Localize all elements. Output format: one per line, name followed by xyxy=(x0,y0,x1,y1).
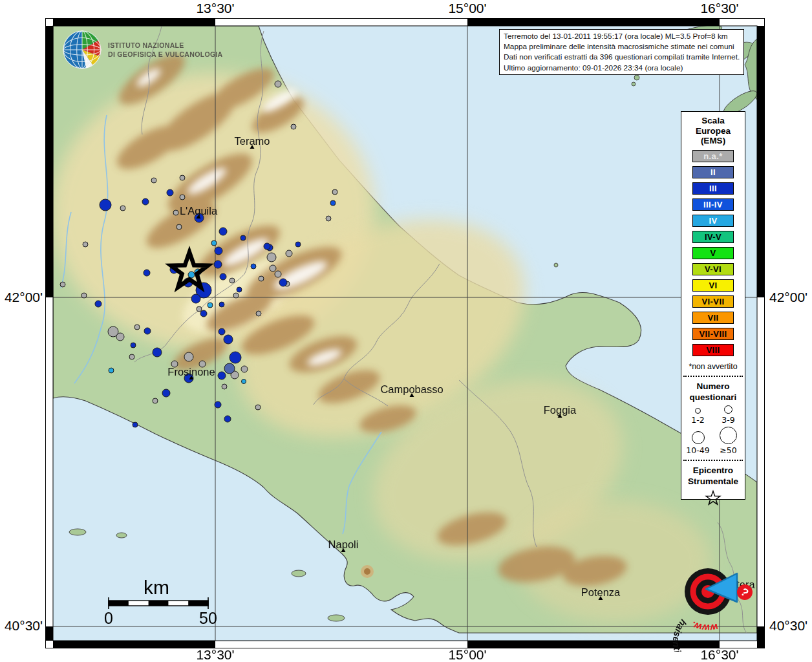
intensity-dot-na xyxy=(134,325,140,330)
intensity-dot-III xyxy=(224,416,231,422)
ingv-globe-icon xyxy=(62,30,102,70)
intensity-dot-na xyxy=(275,81,281,87)
epicenter-star-icon xyxy=(681,489,745,510)
intensity-dot-na xyxy=(184,352,193,361)
city-label: Frosinone xyxy=(167,366,215,378)
axis-label-right: 42°00' xyxy=(769,290,807,305)
axis-label-left: 40°30' xyxy=(5,618,43,634)
intensity-dot-na xyxy=(176,224,182,230)
intensity-dot-III xyxy=(162,389,170,397)
legend-class-IV: IV xyxy=(692,215,734,227)
legend-divider xyxy=(683,376,743,377)
axis-label-top: 13°30' xyxy=(196,1,234,16)
scale-bar-start: 0 xyxy=(104,609,113,627)
brand-text-prefix: www. xyxy=(689,619,718,634)
intensity-dot-III xyxy=(219,228,227,235)
size-key-item: 3-9 xyxy=(713,405,743,425)
intensity-dot-na xyxy=(230,278,235,283)
legend-class-VII: VII xyxy=(692,312,734,324)
axis-label-left: 42°00' xyxy=(5,290,43,305)
intensity-dot-na xyxy=(120,206,125,211)
size-key-item: 10-49 xyxy=(683,427,713,455)
intensity-dot-na xyxy=(255,405,261,410)
city-label: L'Aquila xyxy=(180,205,218,217)
intensity-dot-III xyxy=(279,279,287,286)
size-key-label: 10-49 xyxy=(686,445,709,455)
intensity-dot-IV xyxy=(211,240,217,246)
city-label: Napoli xyxy=(328,539,359,550)
intensity-dot-III xyxy=(230,352,241,363)
intensity-dot-na xyxy=(233,293,239,298)
intensity-dot-III xyxy=(240,235,246,240)
intensity-dot-III xyxy=(144,328,151,334)
intensity-dot-na xyxy=(151,178,156,183)
legend-class-III-IV: III-IV xyxy=(692,198,734,211)
axis-label-top: 15°00' xyxy=(448,1,486,16)
ingv-logo-block: ISTITUTO NAZIONALE DI GEOFISICA E VULCAN… xyxy=(62,30,228,70)
questionnaire-count-title: Numero questionari xyxy=(681,381,745,403)
info-line-map-type: Mappa preliminare delle intensità macros… xyxy=(504,41,740,52)
haisentitoilterremoto-logo: haisentitoilterremoto.it www. ? xyxy=(646,532,776,652)
size-key-circle xyxy=(724,405,732,414)
intensity-dot-na xyxy=(60,282,65,287)
intensity-dot-III-IV xyxy=(330,200,336,206)
intensity-dot-III xyxy=(100,199,111,211)
intensity-dot-III xyxy=(133,422,138,427)
legend-class-VI-VII: VI-VII xyxy=(692,295,734,308)
intensity-dot-III xyxy=(144,270,150,276)
intensity-dot-na xyxy=(222,384,227,389)
intensity-dot-na xyxy=(241,366,248,372)
intensity-dot-na xyxy=(332,189,337,195)
intensity-dot-na xyxy=(326,216,331,221)
legend-class-V: V xyxy=(692,247,734,259)
size-key-circle xyxy=(720,427,737,444)
legend-divider xyxy=(683,460,743,461)
axis-label-bottom: 15°00' xyxy=(448,647,486,662)
legend-intensity-classes: n.a.*IIIIIIII-IVIVIV-VVV-VIVIVI-VIIVIIVI… xyxy=(681,150,745,356)
intensity-dot-na xyxy=(286,250,292,257)
intensity-dot-IV xyxy=(109,368,114,373)
intensity-dot-II xyxy=(224,363,235,374)
legend-title: Scala Europea (EMS) xyxy=(681,112,745,146)
intensity-dot-III xyxy=(191,294,200,303)
intensity-dot-na xyxy=(81,293,87,298)
intensity-dot-na xyxy=(267,253,276,262)
intensity-dot-III xyxy=(220,273,226,280)
legend-class-V-VI: V-VI xyxy=(692,263,734,275)
epicenter-key-title: Epicentro Strumentale xyxy=(681,465,745,487)
info-line-event: Terremoto del 13-01-2011 19:55:17 (ora l… xyxy=(504,31,740,41)
questionnaire-size-key: 1-23-910-49≥50 xyxy=(681,403,745,455)
intensity-dot-na xyxy=(83,242,88,247)
intensity-dot-na xyxy=(180,175,185,180)
legend-class-n.a.*: n.a.* xyxy=(692,150,734,162)
city-label: Foggia xyxy=(544,404,577,416)
intensity-dot-III xyxy=(200,310,207,317)
intensity-dot-na xyxy=(197,306,202,312)
ingv-name-line1: ISTITUTO NAZIONALE xyxy=(108,41,223,50)
intensity-dot-III xyxy=(142,198,149,205)
legend-class-II: II xyxy=(692,166,734,178)
intensity-dot-na xyxy=(259,276,264,281)
size-key-label: 1-2 xyxy=(691,415,704,425)
intensity-dot-na xyxy=(270,265,276,272)
legend-panel: Scala Europea (EMS) n.a.*IIIIIIII-IVIVIV… xyxy=(681,111,745,500)
intensity-dot-III xyxy=(215,401,221,408)
intensity-dot-III xyxy=(219,302,224,307)
intensity-dot-III xyxy=(219,328,225,335)
intensity-dot-na xyxy=(256,311,261,316)
intensity-dot-III xyxy=(264,243,270,250)
intensity-dot-III xyxy=(237,287,242,292)
info-line-questionnaires: Dati non verificati estratti da 396 ques… xyxy=(504,52,740,62)
earthquake-info-box: Terremoto del 13-01-2011 19:55:17 (ora l… xyxy=(499,29,744,75)
intensity-dot-na xyxy=(173,210,178,215)
intensity-dot-III-IV xyxy=(251,264,256,269)
size-key-circle xyxy=(692,431,705,444)
size-key-item: ≥50 xyxy=(713,427,743,455)
intensity-dot-III xyxy=(295,242,301,247)
scale-bar-unit: km xyxy=(144,577,169,598)
city-label: Campobasso xyxy=(380,383,443,395)
legend-class-IV-V: IV-V xyxy=(692,231,734,243)
intensity-dot-na xyxy=(275,271,281,277)
intensity-dot-na xyxy=(129,354,134,359)
intensity-dot-III xyxy=(153,348,162,357)
